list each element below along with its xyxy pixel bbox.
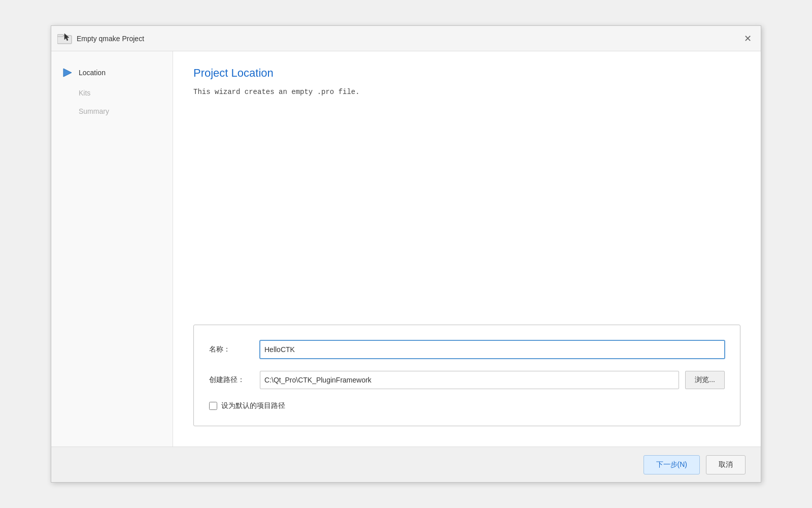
- main-content: Project Location This wizard creates an …: [173, 51, 761, 447]
- path-label: 创建路径：: [209, 375, 260, 385]
- sidebar-summary-label: Summary: [79, 107, 109, 115]
- title-bar-left: Empty qmake Project: [57, 33, 144, 45]
- dialog-body: Location Kits Summary Project Location T…: [51, 51, 761, 447]
- path-row: 创建路径： 浏览...: [209, 371, 725, 389]
- name-input[interactable]: [260, 340, 725, 359]
- svg-marker-3: [63, 69, 72, 77]
- close-button[interactable]: ✕: [740, 31, 755, 46]
- content-spacer: [193, 111, 740, 325]
- name-label: 名称：: [209, 345, 260, 354]
- form-container: 名称： 创建路径： 浏览... 设为默认的项目路径: [193, 325, 740, 426]
- sidebar-item-kits[interactable]: Kits: [51, 84, 173, 102]
- sidebar-item-location[interactable]: Location: [51, 61, 173, 84]
- sidebar: Location Kits Summary: [51, 51, 173, 447]
- project-icon: [57, 33, 73, 45]
- section-title: Project Location: [193, 67, 740, 80]
- name-row: 名称：: [209, 340, 725, 359]
- title-bar: Empty qmake Project ✕: [51, 26, 761, 51]
- sidebar-item-summary[interactable]: Summary: [51, 102, 173, 120]
- cancel-button[interactable]: 取消: [706, 455, 746, 474]
- default-path-row: 设为默认的项目路径: [209, 401, 725, 410]
- sidebar-location-label: Location: [79, 69, 106, 77]
- next-button[interactable]: 下一步(N): [644, 455, 700, 474]
- path-input[interactable]: [260, 371, 679, 389]
- default-path-checkbox[interactable]: [209, 402, 217, 410]
- browse-button[interactable]: 浏览...: [685, 371, 725, 389]
- dialog-footer: 下一步(N) 取消: [51, 447, 761, 482]
- svg-rect-1: [57, 35, 63, 37]
- arrow-right-icon: [61, 67, 74, 79]
- dialog: Empty qmake Project ✕ Location Kits Summ…: [51, 25, 761, 483]
- sidebar-kits-label: Kits: [79, 89, 90, 97]
- dialog-title: Empty qmake Project: [77, 35, 144, 43]
- section-description: This wizard creates an empty .pro file.: [193, 88, 740, 96]
- default-path-label: 设为默认的项目路径: [221, 401, 285, 410]
